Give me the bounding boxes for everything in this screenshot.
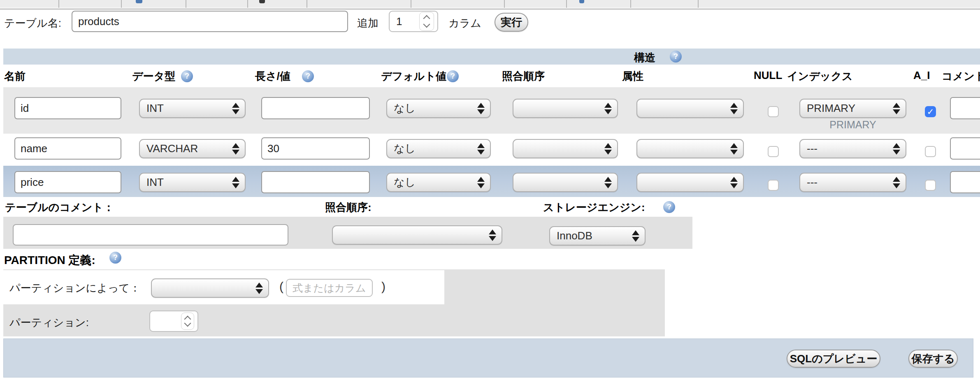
select-arrows-icon [730,176,738,189]
add-columns-label: 追加 [357,16,379,30]
stepper-icon[interactable] [181,313,194,330]
column-row-id: INT なし PRIMARY PRIMARY ✓ [3,87,980,134]
partition-expression-input[interactable] [286,279,373,297]
create-table-structure-page: テーブル名: 追加 1 カラム 実行 構造 ? 名前 データ型 ? 長さ/値 ?… [0,0,980,380]
col-header-length: 長さ/値 [255,69,290,83]
select-arrows-icon [893,102,900,115]
select-arrows-icon [477,142,485,155]
tab-icon-fragment [259,0,265,3]
help-icon[interactable]: ? [663,201,675,213]
column-type-select[interactable]: VARCHAR [139,139,246,158]
help-icon[interactable]: ? [447,70,459,82]
select-arrows-icon [604,102,612,115]
null-checkbox[interactable] [768,146,779,157]
partition-by-select[interactable] [151,278,269,298]
column-name-input[interactable] [14,171,121,193]
table-collation-select[interactable] [332,225,502,245]
tab-stub[interactable] [186,0,248,8]
select-arrows-icon [632,229,639,243]
select-arrows-icon [232,176,239,189]
column-default-select[interactable]: なし [386,99,491,118]
tab-stub[interactable] [505,0,567,8]
tab-stub[interactable] [122,0,186,8]
tab-stub[interactable] [699,0,980,8]
table-collation-label: 照合順序: [325,200,372,215]
column-attributes-select[interactable] [636,139,744,158]
partitions-count-input[interactable] [149,310,198,332]
tab-stub[interactable] [248,0,307,8]
select-arrows-icon [489,229,496,242]
tab-stub[interactable] [0,0,59,8]
column-length-input[interactable] [261,171,370,193]
ai-checkbox[interactable] [925,180,936,191]
tab-stub[interactable] [567,0,631,8]
column-length-input[interactable] [261,97,370,119]
column-default-select[interactable]: なし [386,139,491,158]
structure-header-band: 構造 ? [3,49,980,65]
column-collation-select[interactable] [513,139,618,158]
column-comment-input[interactable] [950,137,980,160]
index-select[interactable]: PRIMARY [799,99,906,118]
stepper-icon[interactable] [419,12,434,31]
column-type-select[interactable]: INT [139,99,246,118]
column-row-price: INT なし --- [3,166,980,197]
tab-stub[interactable] [307,0,411,8]
index-primary-label: PRIMARY [799,119,906,131]
help-icon[interactable]: ? [670,51,682,63]
add-columns-count-input[interactable]: 1 [389,11,438,32]
col-header-ai: A_I [913,69,930,82]
storage-engine-label: ストレージエンジン: [543,200,645,215]
open-paren: ( [279,280,283,294]
select-arrows-icon [255,282,263,295]
select-arrows-icon [730,102,738,115]
structure-title: 構造 [634,51,655,65]
ai-checkbox[interactable]: ✓ [925,106,936,117]
column-collation-select[interactable] [513,173,618,192]
tab-bar [0,0,980,9]
checkmark-icon: ✓ [927,107,934,117]
col-header-comment: コメント [942,69,980,83]
go-button[interactable]: 実行 [495,13,528,32]
column-name-input[interactable] [14,137,121,160]
column-header-row: 名前 データ型 ? 長さ/値 ? デフォルト値 ? 照合順序 属性 NULL イ… [0,69,980,84]
select-arrows-icon [604,142,612,155]
col-header-default: デフォルト値 [381,69,446,83]
table-name-input[interactable] [72,11,348,32]
null-checkbox[interactable] [768,180,779,191]
null-checkbox[interactable] [768,106,779,117]
column-comment-input[interactable] [950,97,980,119]
partition-box: パーティションによって： ( ) パーティション: [3,269,665,336]
column-attributes-select[interactable] [636,99,744,118]
column-row-name: VARCHAR なし --- [3,134,980,165]
column-collation-select[interactable] [513,99,618,118]
storage-engine-select[interactable]: InnoDB [549,226,646,246]
col-header-null: NULL [754,69,782,82]
help-icon[interactable]: ? [302,70,314,82]
sql-preview-button[interactable]: SQLのプレビュー [787,350,880,368]
column-default-select[interactable]: なし [386,173,491,192]
index-select[interactable]: --- [799,139,906,158]
tab-stub[interactable] [631,0,699,8]
tab-stub[interactable] [411,0,505,8]
add-columns-count-value: 1 [396,15,402,28]
close-paren: ) [381,280,385,294]
tab-icon-fragment [136,0,142,3]
table-comment-input[interactable] [13,224,288,246]
column-length-input[interactable] [261,137,370,160]
select-arrows-icon [730,142,738,155]
col-header-type: データ型 [132,69,175,83]
tab-stub[interactable] [59,0,122,8]
ai-checkbox[interactable] [925,146,936,157]
column-comment-input[interactable] [950,171,980,193]
column-name-input[interactable] [14,97,121,119]
save-button[interactable]: 保存する [908,350,958,368]
column-type-select[interactable]: INT [139,173,246,192]
col-header-attributes: 属性 [622,69,643,83]
select-arrows-icon [893,142,900,155]
help-icon[interactable]: ? [109,252,121,264]
help-icon[interactable]: ? [181,70,193,82]
col-header-index: インデックス [787,69,853,83]
column-attributes-select[interactable] [636,173,744,192]
select-arrows-icon [477,102,485,115]
index-select[interactable]: --- [799,173,906,192]
